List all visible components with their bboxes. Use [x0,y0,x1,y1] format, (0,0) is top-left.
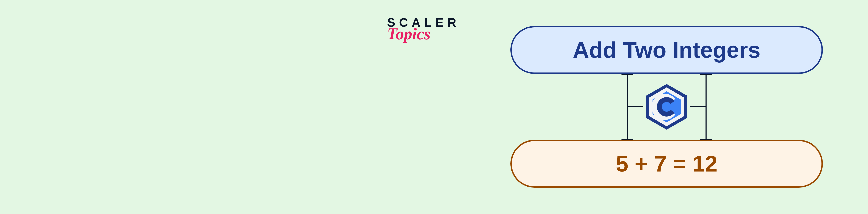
add-integers-diagram: Add Two Integers 5 + 7 = 12 [510,26,823,188]
connector-line [690,106,706,107]
connector-line [621,74,633,75]
connector-line [700,74,712,75]
connector-line [700,139,712,140]
scaler-topics-logo: SCALER Topics [387,16,460,40]
diagram-expression-box: 5 + 7 = 12 [510,140,823,188]
connector-line [628,106,643,107]
connector-line [621,139,633,140]
diagram-title: Add Two Integers [573,37,761,63]
c-language-icon [642,82,691,131]
logo-text-topics: Topics [387,27,431,40]
connector-line [706,74,707,140]
diagram-expression: 5 + 7 = 12 [616,151,717,176]
diagram-title-box: Add Two Integers [510,26,823,74]
diagram-connector [606,74,727,140]
